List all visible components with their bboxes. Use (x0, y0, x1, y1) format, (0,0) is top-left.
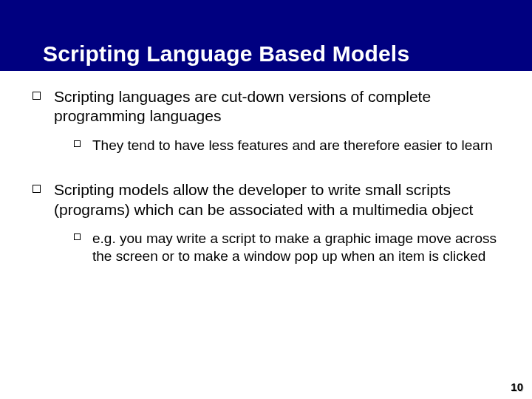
sub-bullet-item: e.g. you may write a script to make a gr… (74, 230, 499, 265)
spacer (33, 158, 499, 180)
bullet-item: Scripting languages are cut-down version… (33, 87, 499, 126)
title-band: Scripting Language Based Models (0, 0, 532, 71)
bullet-item: Scripting models allow the developer to … (33, 180, 499, 219)
slide-body: Scripting languages are cut-down version… (0, 71, 532, 265)
square-bullet-icon (74, 140, 81, 147)
sub-bullet-item: They tend to have less features and are … (74, 137, 499, 154)
slide-title: Scripting Language Based Models (43, 41, 409, 66)
square-bullet-icon (74, 233, 81, 240)
sub-bullet-text: They tend to have less features and are … (92, 137, 493, 154)
bullet-text: Scripting models allow the developer to … (54, 180, 499, 219)
square-bullet-icon (33, 185, 41, 193)
bullet-text: Scripting languages are cut-down version… (54, 87, 499, 126)
sub-bullet-text: e.g. you may write a script to make a gr… (92, 230, 499, 265)
page-number: 10 (511, 381, 523, 393)
square-bullet-icon (33, 92, 41, 100)
